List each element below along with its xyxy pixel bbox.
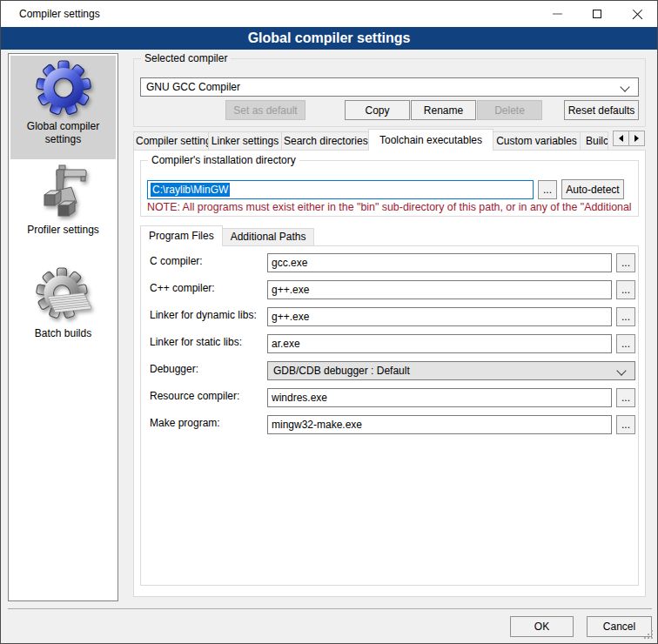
browse-directory-button[interactable]: ... — [538, 180, 557, 199]
cpp-compiler-input[interactable] — [267, 280, 612, 299]
auto-detect-button[interactable]: Auto-detect — [561, 179, 624, 199]
settings-category-list: Global compiler settings Profil — [8, 53, 118, 601]
minimize-icon — [553, 13, 562, 15]
selected-text: C:\raylib\MinGW — [151, 183, 230, 197]
field-label-linker-static: Linker for static libs: — [150, 336, 242, 349]
sub-tabs: Program Files Additional Paths — [140, 225, 314, 246]
rename-button[interactable]: Rename — [411, 100, 476, 120]
maximize-button[interactable] — [577, 1, 617, 27]
debugger-select[interactable]: GDB/CDB debugger : Default — [267, 361, 635, 380]
field-label-linker-dynamic: Linker for dynamic libs: — [150, 309, 257, 322]
copy-button[interactable]: Copy — [345, 100, 410, 120]
gear-blue-icon — [36, 60, 91, 116]
arrow-left-icon — [619, 135, 623, 142]
chevron-down-icon — [616, 366, 626, 375]
field-label-make-program: Make program: — [150, 417, 220, 430]
browse-c-compiler-button[interactable]: ... — [616, 253, 635, 272]
tab-custom-variables[interactable]: Custom variables — [493, 131, 581, 151]
tab-search-directories[interactable]: Search directories — [281, 131, 369, 151]
field-label-c-compiler: C compiler: — [150, 255, 203, 268]
maximize-icon — [593, 10, 601, 18]
page-title: Global compiler settings — [1, 27, 657, 50]
c-compiler-input[interactable] — [267, 253, 612, 272]
resource-compiler-input[interactable] — [267, 388, 612, 407]
linker-static-input[interactable] — [267, 334, 612, 353]
titlebar[interactable]: Compiler settings — [1, 1, 657, 27]
field-label-debugger: Debugger: — [150, 363, 198, 376]
cancel-button[interactable]: Cancel — [587, 616, 652, 637]
sidebar-item-label: Profiler settings — [16, 224, 111, 237]
tab-scroll-buttons — [613, 131, 645, 146]
browse-resource-compiler-button[interactable]: ... — [616, 388, 635, 407]
sidebar-item-global-compiler-settings[interactable]: Global compiler settings — [10, 56, 116, 159]
window-title: Compiler settings — [19, 8, 100, 20]
chevron-down-icon — [620, 82, 629, 91]
debugger-select-value: GDB/CDB debugger : Default — [273, 365, 410, 377]
sidebar-item-profiler-settings[interactable]: Profiler settings — [10, 159, 116, 263]
gear-stack-icon — [36, 267, 91, 323]
ok-button[interactable]: OK — [510, 616, 574, 637]
group-label: Selected compiler — [141, 52, 231, 64]
note-text: NOTE: All programs must exist either in … — [147, 201, 632, 213]
tab-scroll-right-button[interactable] — [628, 131, 645, 146]
compiler-settings-dialog: Compiler settings Global compiler settin… — [0, 0, 658, 644]
main-tabs: Compiler settings Linker settings Search… — [133, 129, 608, 151]
tab-linker-settings[interactable]: Linker settings — [208, 131, 282, 151]
group-label: Compiler's installation directory — [148, 154, 299, 166]
field-label-cpp-compiler: C++ compiler: — [150, 282, 215, 295]
browse-linker-static-button[interactable]: ... — [616, 334, 635, 353]
tab-build-options-truncated[interactable]: Builc — [580, 131, 608, 151]
compiler-select-value: GNU GCC Compiler — [146, 81, 240, 93]
installation-directory-input[interactable]: C:\raylib\MinGW — [147, 180, 534, 199]
set-as-default-button: Set as default — [225, 100, 306, 120]
make-program-input[interactable] — [267, 415, 612, 434]
close-button[interactable] — [617, 1, 657, 27]
minimize-button[interactable] — [537, 1, 577, 27]
close-icon — [632, 9, 643, 20]
sidebar-item-label: Global compiler settings — [16, 120, 111, 146]
linker-dynamic-input[interactable] — [267, 307, 612, 326]
delete-button: Delete — [477, 100, 542, 120]
tab-scroll-left-button[interactable] — [613, 131, 629, 146]
compiler-select[interactable]: GNU GCC Compiler — [140, 77, 639, 97]
arrow-right-icon — [634, 135, 639, 142]
browse-cpp-compiler-button[interactable]: ... — [616, 280, 635, 299]
program-files-page: C compiler: ... C++ compiler: ... Linker… — [140, 245, 639, 586]
caliper-icon — [36, 164, 91, 219]
reset-defaults-button[interactable]: Reset defaults — [564, 100, 639, 120]
subtab-additional-paths[interactable]: Additional Paths — [222, 228, 315, 246]
resize-grip-icon[interactable] — [651, 637, 653, 639]
field-label-resource-compiler: Resource compiler: — [150, 390, 239, 403]
sidebar-item-batch-builds[interactable]: Batch builds — [10, 263, 116, 366]
sidebar-item-label: Batch builds — [16, 327, 111, 340]
subtab-program-files[interactable]: Program Files — [140, 225, 223, 246]
tab-compiler-settings[interactable]: Compiler settings — [133, 131, 209, 151]
footer-divider — [8, 608, 652, 609]
browse-linker-dynamic-button[interactable]: ... — [616, 307, 635, 326]
browse-make-program-button[interactable]: ... — [616, 415, 635, 434]
tab-toolchain-executables[interactable]: Toolchain executables — [368, 129, 494, 151]
